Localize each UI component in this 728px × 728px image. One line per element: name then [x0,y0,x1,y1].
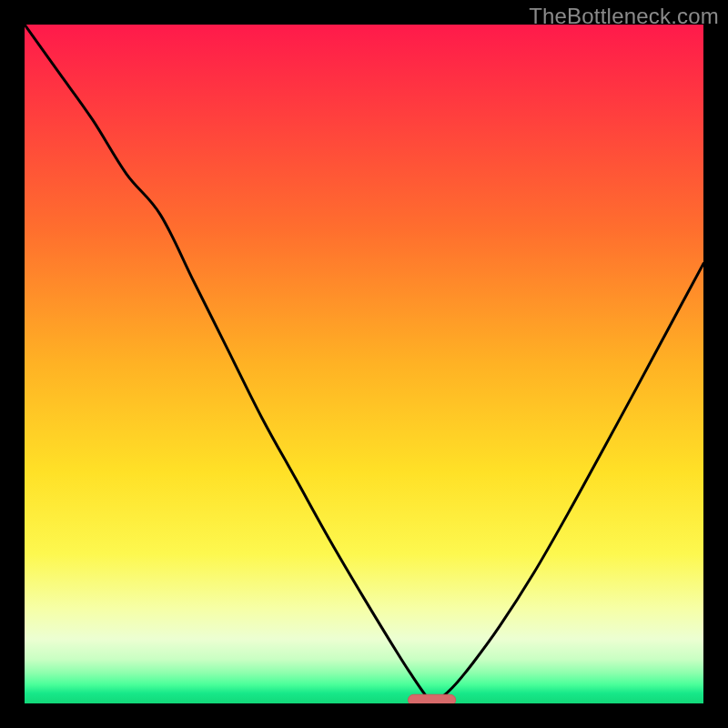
chart-frame: TheBottleneck.com [0,0,728,728]
optimum-marker [408,694,455,703]
watermark-text: TheBottleneck.com [529,4,719,29]
bottleneck-chart [25,25,703,703]
plot-area [25,25,703,703]
gradient-background [25,25,703,703]
